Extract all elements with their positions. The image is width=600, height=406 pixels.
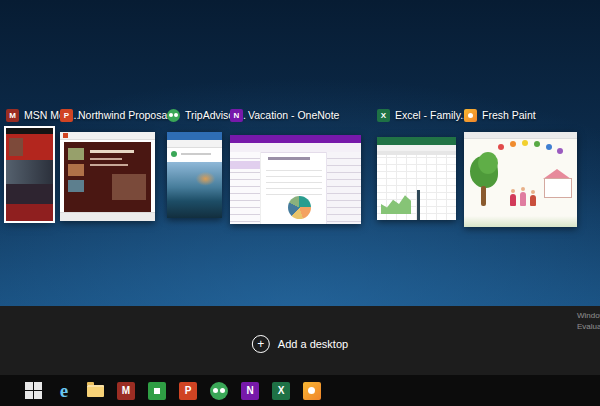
excel-taskbar-icon[interactable]: X xyxy=(270,380,292,402)
art-shape xyxy=(464,216,577,227)
art-shape xyxy=(167,132,222,140)
internet-explorer-taskbar-icon[interactable]: e xyxy=(53,380,75,402)
window-title: Excel - Family... xyxy=(395,109,469,121)
art-shape xyxy=(63,133,68,138)
art-shape xyxy=(417,198,420,212)
task-view-window-powerpoint: P Northwind Proposa... xyxy=(60,108,176,221)
window-thumbnail-onenote[interactable] xyxy=(230,135,361,224)
art-shape xyxy=(167,162,222,218)
art-shape xyxy=(481,186,486,206)
task-view-screen: M MSN Mon... P Northwind Proposa... xyxy=(0,0,600,406)
tripadvisor-owl-icon xyxy=(210,382,228,400)
onenote-tile-icon: N xyxy=(241,382,259,400)
fresh-paint-taskbar-icon[interactable] xyxy=(301,380,323,402)
icon-letter: M xyxy=(9,111,16,120)
art-shape xyxy=(557,148,563,154)
taskbar: e M P N X xyxy=(0,375,600,406)
onenote-icon: N xyxy=(230,109,243,122)
art-shape xyxy=(266,165,322,199)
window-thumbnail-powerpoint[interactable] xyxy=(60,132,155,221)
figure-art xyxy=(530,195,536,206)
art-shape xyxy=(167,140,222,148)
msn-money-icon: M xyxy=(6,109,19,122)
window-title: Northwind Proposa... xyxy=(78,109,176,121)
art-shape xyxy=(230,161,260,169)
art-shape xyxy=(510,141,516,147)
art-shape xyxy=(6,184,53,204)
art-shape xyxy=(90,164,128,166)
task-view-window-fresh-paint: Fresh Paint xyxy=(464,108,577,227)
house-art xyxy=(544,178,572,198)
icon-letter: X xyxy=(381,111,386,120)
art-shape xyxy=(377,137,456,145)
art-shape xyxy=(478,152,498,174)
fresh-paint-palette-icon xyxy=(303,382,321,400)
store-icon xyxy=(148,382,166,400)
tripadvisor-taskbar-icon[interactable] xyxy=(208,380,230,402)
art-shape xyxy=(68,148,84,160)
bar-chart-art xyxy=(417,190,451,214)
tripadvisor-icon xyxy=(167,109,180,122)
art-shape xyxy=(6,204,53,221)
art-shape xyxy=(230,135,361,143)
window-label: N Vacation - OneNote xyxy=(230,108,361,122)
art-shape xyxy=(326,152,361,224)
window-title: Fresh Paint xyxy=(482,109,536,121)
icon-letter: N xyxy=(234,111,240,120)
file-explorer-taskbar-icon[interactable] xyxy=(84,380,106,402)
watermark-line-1: Windows Technical Preview xyxy=(577,310,600,321)
task-view-window-excel: X Excel - Family... xyxy=(377,108,469,220)
excel-tile-icon: X xyxy=(272,382,290,400)
folder-icon xyxy=(87,385,104,397)
art-shape xyxy=(417,190,420,198)
start-button[interactable] xyxy=(22,380,44,402)
art-shape xyxy=(90,150,134,153)
art-shape xyxy=(498,144,504,150)
watermark-line-2: Evaluation copy xyxy=(577,321,600,332)
powerpoint-tile-icon: P xyxy=(179,382,197,400)
window-label: P Northwind Proposa... xyxy=(60,108,176,122)
art-shape xyxy=(546,144,552,150)
art-shape xyxy=(112,174,146,200)
art-shape xyxy=(68,164,84,176)
onenote-taskbar-icon[interactable]: N xyxy=(239,380,261,402)
excel-icon: X xyxy=(377,109,390,122)
add-desktop-button[interactable]: + Add a desktop xyxy=(252,335,348,353)
window-title: Vacation - OneNote xyxy=(248,109,339,121)
add-desktop-label: Add a desktop xyxy=(278,338,348,350)
window-thumbnail-excel[interactable] xyxy=(377,137,456,220)
art-shape xyxy=(68,180,84,192)
art-shape xyxy=(268,157,310,160)
fresh-paint-icon xyxy=(464,109,477,122)
window-thumbnail-msn-money[interactable] xyxy=(6,128,53,221)
task-view-window-onenote: N Vacation - OneNote xyxy=(230,108,361,224)
art-shape xyxy=(9,138,23,156)
windows-logo-icon xyxy=(25,382,42,399)
art-shape xyxy=(60,212,155,221)
art-shape xyxy=(417,212,420,220)
powerpoint-icon: P xyxy=(60,109,73,122)
art-shape xyxy=(522,140,528,146)
figure-art xyxy=(520,192,526,206)
window-label: X Excel - Family... xyxy=(377,108,469,122)
window-thumbnail-fresh-paint[interactable] xyxy=(464,132,577,227)
pie-chart-art xyxy=(288,196,311,219)
msn-money-tile-icon: M xyxy=(117,382,135,400)
art-shape xyxy=(534,141,540,147)
art-shape xyxy=(171,151,177,157)
powerpoint-taskbar-icon[interactable]: P xyxy=(177,380,199,402)
art-shape xyxy=(181,153,211,155)
plus-icon: + xyxy=(252,335,270,353)
desktop-strip: + Add a desktop Windows Technical Previe… xyxy=(0,306,600,375)
msn-money-taskbar-icon[interactable]: M xyxy=(115,380,137,402)
watermark: Windows Technical Preview Evaluation cop… xyxy=(577,310,600,332)
icon-letter: P xyxy=(64,111,69,120)
ie-icon: e xyxy=(60,381,68,400)
art-shape xyxy=(60,132,155,140)
store-taskbar-icon[interactable] xyxy=(146,380,168,402)
art-shape xyxy=(90,158,122,160)
figure-art xyxy=(510,194,516,206)
window-thumbnail-tripadvisor[interactable] xyxy=(167,132,222,218)
art-shape xyxy=(6,160,53,184)
window-label: Fresh Paint xyxy=(464,108,577,122)
